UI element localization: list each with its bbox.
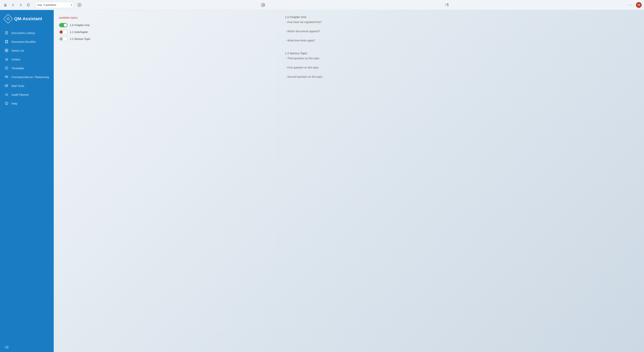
svg-point-16 bbox=[7, 60, 8, 60]
sidebar-title: QM-Assistant bbox=[14, 16, 42, 21]
timetable-icon bbox=[4, 66, 8, 70]
svg-marker-3 bbox=[263, 4, 264, 6]
questions-panel: 1.0 Chapter One: - How have we regulated… bbox=[278, 10, 644, 352]
sidebar-item-timetable[interactable]: Timetable bbox=[0, 64, 54, 72]
shuffle-button[interactable] bbox=[443, 2, 450, 8]
sidebar-collapse-button[interactable] bbox=[0, 342, 54, 352]
topic-row-serious: 1.2 Serious Topic bbox=[59, 37, 272, 41]
section-title-serious: 1.2 Serious Topic: bbox=[285, 52, 637, 55]
back-button[interactable] bbox=[10, 2, 16, 8]
topic-row-subchapter: 1.1 Subchapter bbox=[59, 30, 272, 34]
questions-dropdown[interactable]: max. 3 questionsmax. 5 questionsmax. 10 … bbox=[35, 2, 74, 8]
toggle-serious[interactable] bbox=[59, 37, 68, 41]
sidebar-item-label-timetable: Timetable bbox=[12, 66, 24, 70]
help-icon bbox=[4, 102, 8, 105]
audit-planner-icon bbox=[4, 93, 8, 96]
document-bundles-icon bbox=[4, 40, 8, 44]
topic-label-subchapter: 1.1 Subchapter bbox=[70, 30, 88, 34]
toggle-knob-subchapter bbox=[60, 30, 63, 34]
toggle-chapter-one[interactable] bbox=[59, 23, 68, 27]
sidebar-item-label-document-lookup: Document Lookup bbox=[12, 31, 35, 34]
svg-point-15 bbox=[6, 60, 6, 60]
sidebar-item-label-stock-list: Stock List bbox=[12, 49, 24, 52]
titlebar: max. 3 questionsmax. 5 questionsmax. 10 … bbox=[0, 0, 644, 10]
sidebar-item-label-document-bundles: Document Bundles bbox=[12, 40, 36, 43]
sidebar-item-label-help: Help bbox=[12, 102, 18, 105]
question-item-q1: - How have we regulated this? bbox=[285, 20, 637, 24]
user-avatar: JS bbox=[636, 2, 642, 8]
mail-tools-icon bbox=[4, 84, 8, 88]
sidebar: QM-Assistant Document Lookup bbox=[0, 10, 54, 352]
topic-label-chapter-one: 1.0 Chapter One bbox=[70, 24, 90, 27]
stock-list-icon bbox=[4, 48, 8, 52]
home-button[interactable] bbox=[2, 2, 8, 8]
sidebar-item-stock-list[interactable]: Stock List bbox=[0, 46, 54, 55]
question-item-q4: - Third question on this topic. bbox=[285, 57, 637, 60]
sidebar-item-label-orders: Orders bbox=[12, 58, 20, 61]
toggle-knob-chapter-one bbox=[64, 24, 67, 27]
logo-icon bbox=[3, 14, 13, 24]
topic-label-serious: 1.2 Serious Topic bbox=[70, 38, 90, 40]
refresh-button[interactable] bbox=[25, 2, 32, 8]
svg-rect-12 bbox=[7, 49, 8, 50]
questions-dropdown-wrapper: max. 3 questionsmax. 5 questionsmax. 10 … bbox=[33, 2, 74, 8]
sidebar-item-document-bundles[interactable]: Document Bundles bbox=[0, 37, 54, 46]
svg-rect-14 bbox=[7, 51, 8, 52]
svg-marker-1 bbox=[79, 4, 80, 6]
topics-label: available topics: bbox=[59, 16, 272, 19]
question-item-q6: - Second question on this topic. bbox=[285, 75, 637, 78]
topics-panel: available topics: 1.0 Chapter One 1.1 Su… bbox=[54, 10, 278, 352]
toggle-subchapter[interactable] bbox=[59, 30, 68, 34]
play-next-button[interactable] bbox=[260, 2, 266, 8]
sidebar-nav: Document Lookup Document Bundles bbox=[0, 27, 54, 342]
sidebar-item-mail-tools[interactable]: Mail Tools bbox=[0, 81, 54, 90]
play-button[interactable] bbox=[76, 2, 83, 8]
sidebar-item-orders[interactable]: Orders bbox=[0, 55, 54, 64]
forward-button[interactable] bbox=[18, 2, 24, 8]
question-item-q2: - Which documents append? bbox=[285, 30, 637, 33]
question-item-q3: - What time-limits apply? bbox=[285, 39, 637, 42]
svg-rect-11 bbox=[5, 49, 6, 50]
toggle-knob-serious bbox=[60, 38, 63, 40]
sidebar-item-document-lookup[interactable]: Document Lookup bbox=[0, 28, 54, 37]
sidebar-item-help[interactable]: Help bbox=[0, 99, 54, 108]
topic-row-chapter-one: 1.0 Chapter One bbox=[59, 23, 272, 27]
sidebar-item-label-correspondence-reasoning: Correspondence / Reasoning bbox=[12, 76, 49, 79]
orders-icon bbox=[4, 57, 8, 61]
content-area: available topics: 1.0 Chapter One 1.1 Su… bbox=[54, 10, 644, 352]
section-title-chapter-one: 1.0 Chapter One: bbox=[285, 15, 637, 18]
sidebar-logo: QM-Assistant bbox=[0, 10, 54, 27]
document-lookup-icon bbox=[4, 31, 8, 35]
svg-rect-20 bbox=[5, 85, 8, 87]
svg-rect-13 bbox=[5, 51, 6, 52]
main-layout: QM-Assistant Document Lookup bbox=[0, 10, 644, 352]
sidebar-item-audit-planner[interactable]: Audit Planner bbox=[0, 90, 54, 99]
sidebar-item-label-audit-planner: Audit Planner bbox=[12, 93, 29, 96]
more-button[interactable]: ··· bbox=[626, 2, 634, 8]
logo-icon-inner bbox=[6, 17, 10, 20]
question-item-q5: - First question on this topic. bbox=[285, 66, 637, 69]
correspondence-reasoning-icon bbox=[4, 75, 8, 79]
sidebar-item-label-mail-tools: Mail Tools bbox=[12, 84, 24, 88]
sidebar-item-correspondence-reasoning[interactable]: Correspondence / Reasoning bbox=[0, 72, 54, 81]
